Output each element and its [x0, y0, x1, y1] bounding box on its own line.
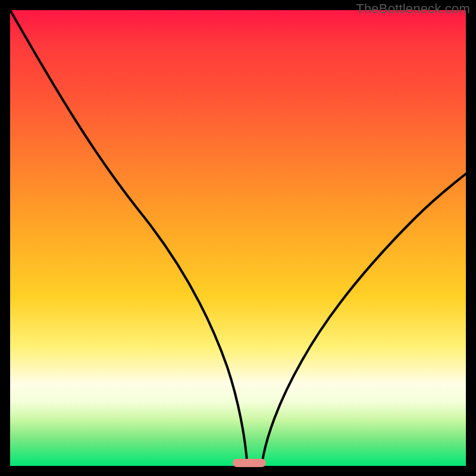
- minimum-marker: [233, 459, 266, 467]
- curve-left-branch: [10, 10, 247, 461]
- plot-area: [10, 10, 466, 466]
- watermark-text: TheBottleneck.com: [356, 1, 470, 17]
- chart-frame: TheBottleneck.com: [0, 0, 476, 476]
- curve-right-branch: [262, 174, 466, 461]
- bottleneck-curve: [10, 10, 466, 466]
